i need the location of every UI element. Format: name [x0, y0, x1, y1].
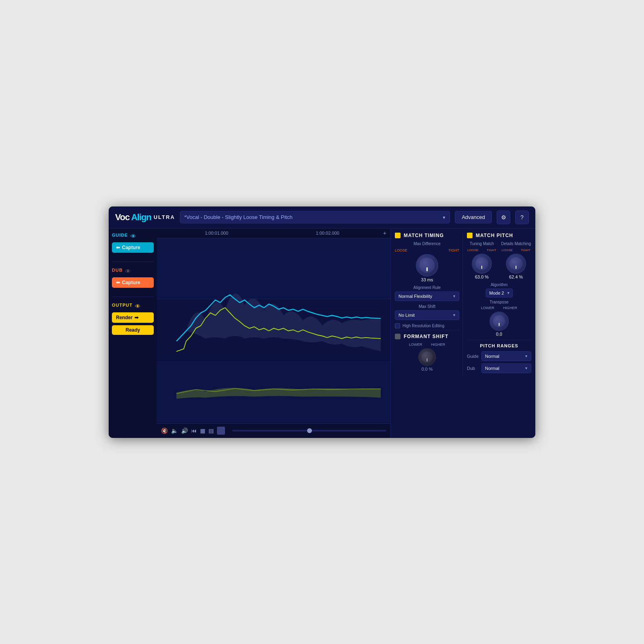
dub-eye-icon[interactable]: 👁 [125, 268, 131, 275]
max-shift-label: Max Shift [395, 304, 459, 309]
dub-capture-button[interactable]: ⬅ Capture [112, 277, 154, 288]
output-section: OUTPUT 👁 Render ➡ Ready [112, 303, 154, 335]
tight-label: TIGHT [448, 248, 459, 252]
details-knob[interactable] [506, 254, 526, 274]
guide-pitch-row: Guide Normal Low High Wide [467, 351, 531, 361]
match-pitch-title: MATCH PITCH [476, 233, 513, 238]
transport-vol-off[interactable]: 🔇 [161, 427, 168, 434]
high-res-label: High Resolution Editing [402, 324, 444, 328]
formant-value: 0.0 % [421, 367, 433, 372]
guide-pitch-select[interactable]: Normal Low High Wide [481, 351, 531, 361]
max-shift-select-wrap[interactable]: No Limit [395, 310, 459, 320]
header: VocAlign ULTRA *Vocal - Double - Slightl… [109, 206, 535, 229]
logo-ultra: ULTRA [154, 214, 175, 220]
preset-dropdown-wrap[interactable]: *Vocal - Double - Slightly Loose Timing … [180, 211, 450, 223]
formant-knob-inner [421, 351, 433, 363]
transport-extra-btn[interactable] [217, 427, 225, 435]
algorithm-select[interactable]: Mode 2 Mode 1 Mode 3 [486, 289, 513, 297]
guide-pitch-select-wrap[interactable]: Normal Low High Wide [481, 351, 531, 361]
alignment-rule-select-wrap[interactable]: Normal Flexibility High Flexibility Low … [395, 291, 459, 301]
formant-title: FORMANT SHIFT [404, 334, 448, 339]
transpose-knob-inner [493, 315, 505, 327]
preset-select[interactable]: *Vocal - Double - Slightly Loose Timing … [180, 211, 450, 223]
tuning-details-pair: Tuning Match LOOSE TIGHT 63.0 % [467, 242, 531, 279]
dub-pitch-select-wrap[interactable]: Normal Low High Wide [481, 363, 531, 373]
transport-skip-back[interactable]: ⏮ [191, 427, 197, 434]
guide-section: GUIDE 👁 ⬅ Capture [112, 233, 154, 253]
details-knob-inner [510, 257, 522, 270]
waveform-svg [157, 238, 390, 423]
settings-button[interactable]: ⚙ [497, 211, 510, 224]
match-timing-indicator [395, 233, 400, 238]
transport-waveform-view[interactable]: ▦ [200, 427, 205, 434]
algorithm-label: Algorithm [467, 283, 531, 287]
timeline-time-1: 1:00:01.000 [161, 231, 272, 235]
formant-header: FORMANT SHIFT [395, 334, 459, 339]
details-label: Details Matching [501, 242, 531, 246]
transport-bar: 🔇 🔈 🔊 ⏮ ▦ ▤ [157, 423, 390, 438]
algorithm-select-wrap[interactable]: Mode 2 Mode 1 Mode 3 [486, 289, 513, 297]
high-res-checkbox[interactable] [395, 323, 400, 328]
timeline-bar: 1:00:01.000 1:00:02.000 + [157, 229, 390, 238]
guide-label: GUIDE [112, 233, 128, 237]
max-diff-knob[interactable] [416, 254, 438, 277]
details-section: Details Matching LOOSE TIGHT 62.4 % [501, 242, 531, 279]
transport-slider-thumb [307, 428, 312, 433]
knob-indicator [427, 267, 428, 271]
transpose-lower: LOWER [481, 306, 494, 310]
tuning-knob[interactable] [472, 254, 492, 274]
tuning-loose: LOOSE [467, 248, 479, 252]
alignment-rule-label: Alignment Rule [395, 285, 459, 290]
output-label: OUTPUT [112, 303, 132, 308]
logo-voc: Voc [115, 212, 130, 223]
transport-vol-low[interactable]: 🔈 [171, 427, 178, 434]
transpose-label: Transpose [467, 300, 531, 304]
render-icon: ➡ [134, 315, 138, 320]
tuning-knob-indicator [481, 266, 482, 269]
match-timing-header: MATCH TIMING [395, 233, 459, 238]
details-value: 62.4 % [509, 275, 523, 279]
algorithm-row: Algorithm Mode 2 Mode 1 Mode 3 [467, 283, 531, 297]
formant-knob[interactable] [418, 348, 436, 366]
max-diff-label: Max Difference [413, 242, 440, 246]
transport-spectrum-view[interactable]: ▤ [208, 427, 214, 434]
dub-section: DUB 👁 ⬅ Capture [112, 268, 154, 288]
max-shift-select[interactable]: No Limit [395, 310, 459, 320]
transpose-knob[interactable] [489, 312, 509, 331]
dub-label: DUB [112, 268, 123, 272]
transpose-section: Transpose LOWER HIGHER 0.0 [467, 300, 531, 336]
capture-icon: ⬅ [116, 245, 120, 250]
timeline-zoom-in[interactable]: + [383, 230, 386, 236]
render-button[interactable]: Render ➡ [112, 312, 154, 323]
formant-higher-label: HIGHER [431, 343, 445, 347]
right-panel: MATCH TIMING Max Difference LOOSE TIGHT [390, 229, 535, 438]
transport-position-slider[interactable] [232, 430, 386, 431]
knob-inner [419, 258, 435, 273]
app-container: VocAlign ULTRA *Vocal - Double - Slightl… [109, 206, 535, 438]
pitch-ranges-section: PITCH RANGES Guide Normal Low High Wide [467, 340, 531, 373]
alignment-rule-select[interactable]: Normal Flexibility High Flexibility Low … [395, 291, 459, 301]
guide-capture-button[interactable]: ⬅ Capture [112, 242, 154, 253]
formant-knob-line [427, 358, 427, 361]
tuning-section: Tuning Match LOOSE TIGHT 63.0 % [467, 242, 496, 279]
help-button[interactable]: ? [515, 211, 529, 224]
transport-vol-high[interactable]: 🔊 [181, 427, 188, 434]
output-eye-icon[interactable]: 👁 [135, 303, 140, 310]
advanced-button[interactable]: Advanced [455, 211, 492, 223]
match-pitch-header: MATCH PITCH [467, 233, 531, 238]
dub-eye-row: DUB 👁 [112, 268, 154, 275]
dub-pitch-select[interactable]: Normal Low High Wide [481, 363, 531, 373]
tuning-label: Tuning Match [470, 242, 494, 246]
high-res-row: High Resolution Editing [395, 323, 459, 328]
guide-eye-icon[interactable]: 👁 [130, 233, 136, 239]
transpose-value: 0.0 [496, 332, 502, 336]
details-loose: LOOSE [502, 248, 513, 252]
max-diff-section: Max Difference LOOSE TIGHT [395, 242, 459, 282]
logo-align: Align [131, 212, 151, 223]
tuning-value: 63.0 % [475, 275, 489, 279]
dub-pitch-label: Dub [467, 366, 479, 371]
waveform-canvas[interactable] [157, 238, 390, 423]
transpose-higher: HIGHER [503, 306, 517, 310]
match-timing-title: MATCH TIMING [404, 233, 444, 238]
details-knob-indicator [516, 266, 516, 269]
